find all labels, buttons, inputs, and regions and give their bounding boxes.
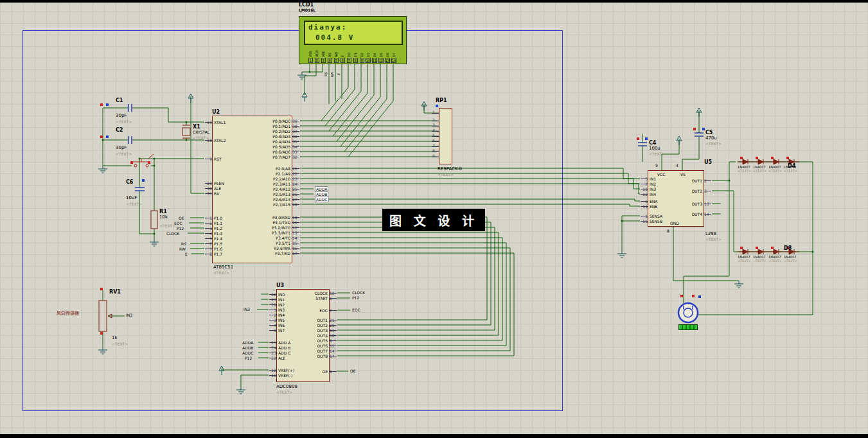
pin-row: 15SENSB [650,219,675,224]
pin-row: 6 [441,139,450,145]
net-label-rw[interactable]: RW [179,247,186,251]
pin-row: 17OUT8 [305,354,328,359]
net-label-in3-u3[interactable]: IN3 [244,307,250,311]
lcd1-module[interactable]: dianya: 004.8 V VSS 1 VDD 2 VEE 3 RS 4 R… [299,16,407,64]
net-label-p12-start[interactable]: P12 [352,295,359,300]
pin-row: 16P3.6/WR [251,246,290,251]
u2-right-pins: 39P0.0/AD038P0.1/AD137P0.2/AD236P0.3/AD3… [251,116,290,256]
net-label-p12-ale[interactable]: P12 [245,356,252,360]
pin-row: 5P1.4 [214,236,251,241]
pin-row: 5IN1 [650,177,675,182]
pin-row: 3OUT2 [679,189,702,194]
pin-row: 1 [441,111,450,116]
pin-row: 3 [441,124,450,129]
net-label-e[interactable]: E [185,252,188,256]
pin-row: 14P3.4/T0 [251,236,290,241]
u5-left-pins: 5IN17IN210IN312IN4 6ENA11ENB 1SENSA15SEN… [650,171,675,224]
pin-row: 1IN3 [278,308,306,313]
d8-labels: 1N4007<TEXT>1N4007<TEXT>1N4007<TEXT>1N40… [738,255,799,263]
rp1-value: RESPACK-8 [438,166,462,171]
pin-row: 2OUT1 [679,179,702,184]
lcd-pin: E 6 [339,46,346,63]
pin-row: 34P0.5/AD5 [251,145,290,150]
x1-text-placeholder: <TEXT> [193,136,209,140]
pin-row: 13P3.3/INT1 [251,231,290,236]
net-label-e-vert[interactable]: E [337,73,341,75]
net-label-in3-rv1[interactable]: IN3 [126,313,132,317]
pin-row: 16VREF(-) [278,373,306,378]
pin-row: 24ADD B [278,346,306,351]
pin-row: 15OUT6 [305,344,328,349]
net-label-addc-u3[interactable]: ADDC [242,351,254,355]
u5-ref: U5 [704,159,712,165]
wind-sensor-label: 风向传感器 [57,310,79,316]
net-label-clock[interactable]: CLOCK [166,231,179,236]
pin-row: 9OE [305,369,328,374]
rp1-pins: 1 23456789 [441,109,450,160]
schematic-canvas[interactable]: LCD1 LM016L dianya: 004.8 V VSS 1 VDD 2 … [0,0,868,438]
pin-row: 20OUT2 [305,323,328,328]
pin-row: 7IN2 [650,182,675,187]
c5-ref[interactable]: C5 [705,130,713,136]
pin-row: 12IN4 [650,192,675,197]
pin-row: 12VREF(+) [278,368,306,373]
rv1-ref[interactable]: RV1 [109,289,121,295]
pin-row: 1SENSA [650,214,675,219]
chip-u2-at89c51[interactable]: 19XTAL1 18XTAL2 9RST 29PSEN30ALE31EA 1P1… [212,116,292,263]
c4-ref[interactable]: C4 [649,140,656,146]
pin-row: 29PSEN [214,181,251,186]
rv1-value: 1k [112,335,118,340]
net-label-oe[interactable]: OE [179,216,184,220]
chip-rp1-respack8[interactable]: 1 23456789 [439,108,452,164]
pin-row: 8P1.7 [214,252,251,257]
net-label-addb-u3[interactable]: ADDB [242,346,253,350]
r1-ref[interactable]: R1 [159,209,167,215]
lcd-pins: VSS 1 VDD 2 VEE 3 RS 4 RW 5 E 6 D0 7 D1 [307,46,397,63]
pin-row: 8OUT5 [305,338,328,344]
c2-ref[interactable]: C2 [116,127,123,133]
net-label-p12[interactable]: P12 [177,226,184,231]
pin-row: 14OUT4 [679,212,702,217]
pin-row: 37P0.2/AD2 [251,129,290,134]
net-label-clock-u3[interactable]: CLOCK [352,290,365,295]
net-label-rs-vert[interactable]: RS [324,72,328,76]
c5-text-placeholder: <TEXT> [705,141,722,146]
chip-u3-adc0808[interactable]: 26IN027IN128IN21IN32IN43IN54IN65IN7 25AD… [276,289,330,382]
pin-row: 18OUT4 [305,333,328,338]
lcd1-model: LM016L [299,8,315,12]
net-label-rs[interactable]: RS [181,241,186,246]
pin-row: 32P0.7/AD7 [251,155,290,160]
u5-gnd-pin-num: 8 [667,229,669,233]
diode-label: 1N4007<TEXT> [784,165,799,173]
u3-text-placeholder: <TEXT> [276,390,292,394]
net-label-addc[interactable]: ADDC [315,197,329,202]
pin-row: 11ENB [650,204,675,209]
lcd-pin: VSS 1 [307,46,314,63]
net-label-rw-vert[interactable]: RW [330,72,334,77]
chip-u5-l298[interactable]: VCC VS GND 5IN17IN210IN312IN4 6ENA11ENB … [648,170,704,227]
u3-right-pins: 10CLOCK6START 7EOC 21OUT120OUT219OUT318O… [305,290,328,374]
pin-row: 30ALE [214,186,251,191]
pin-row: 4IN6 [278,323,306,328]
pin-row: 19OUT3 [305,328,328,333]
c4-value: 100u [649,146,660,151]
net-label-eoc-u3[interactable]: EOC [352,308,360,312]
lcd-pin: D4 11 [371,46,378,63]
c1-ref[interactable]: C1 [116,98,123,103]
diode-label: 1N4007<TEXT> [738,165,753,173]
d4-labels: 1N4007<TEXT>1N4007<TEXT>1N4007<TEXT>1N40… [738,165,799,173]
x1-ref[interactable]: X1 [193,124,200,130]
d8-ref[interactable]: D8 [784,245,792,251]
lcd1-ref: LCD1 [299,2,314,8]
diode-label: 1N4007<TEXT> [753,165,768,173]
pin-row: 15P3.5/T1 [251,241,290,246]
net-label-adda-u3[interactable]: ADDA [242,340,253,345]
diode-label: 1N4007<TEXT> [768,165,784,173]
x1-value: CRYSTAL [193,130,209,134]
pin-row: 10IN3 [650,187,675,192]
pin-row: 27IN1 [278,297,306,302]
c6-ref[interactable]: C6 [126,179,133,185]
pin-row: 8 [441,150,450,155]
net-label-oe-u3[interactable]: OE [350,369,356,373]
pin-row: 12P3.2/INT0 [251,225,290,231]
